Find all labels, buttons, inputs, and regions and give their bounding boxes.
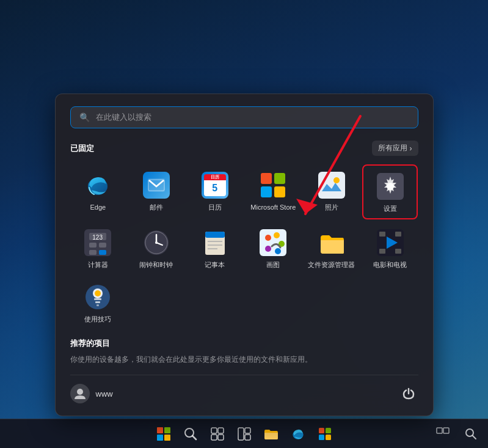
search-placeholder: 在此键入以搜索: [96, 112, 409, 123]
snap-icon: [238, 427, 251, 441]
app-explorer[interactable]: 文件资源管理器: [304, 222, 360, 274]
svg-rect-37: [395, 232, 401, 237]
taskbar-explorer-button[interactable]: [259, 422, 283, 446]
calc-icon-wrap: 123: [83, 228, 112, 257]
svg-rect-18: [99, 250, 106, 255]
svg-rect-56: [211, 428, 217, 433]
taskbar-taskview-button[interactable]: [205, 422, 230, 446]
power-icon: [402, 387, 415, 400]
svg-rect-44: [94, 298, 101, 300]
taskview-icon: [211, 427, 224, 441]
movies-icon: [377, 229, 404, 256]
user-profile[interactable]: www: [70, 384, 113, 403]
svg-rect-64: [319, 428, 324, 433]
settings-icon: [377, 173, 404, 200]
svg-rect-17: [89, 250, 97, 255]
search-right-icon: [465, 428, 477, 440]
recommended-section: 推荐的项目 你使用的设备越多，我们就会在此处显示更多你最近使用的文件和新应用。: [70, 338, 418, 365]
svg-rect-67: [326, 435, 331, 440]
svg-rect-57: [218, 428, 224, 433]
edge-label: Edge: [90, 204, 106, 211]
taskbar-folder-icon: [264, 428, 279, 440]
settings-icon-wrap: [376, 172, 405, 201]
taskbar-snap-button[interactable]: [232, 422, 257, 446]
taskbar-edge-button[interactable]: [286, 422, 310, 446]
edge-icon: [84, 172, 111, 199]
recommended-description: 你使用的设备越多，我们就会在此处显示更多你最近使用的文件和新应用。: [70, 354, 418, 365]
svg-rect-8: [318, 172, 345, 199]
movies-label: 电影和电视: [373, 261, 407, 269]
pinned-section-header: 已固定 所有应用 ›: [70, 141, 418, 156]
photos-icon: [318, 172, 345, 199]
all-apps-label: 所有应用: [378, 143, 407, 153]
app-calculator[interactable]: 123 计算器: [70, 222, 126, 274]
photos-label: 照片: [325, 204, 338, 211]
taskbar-right: [431, 422, 483, 446]
app-paint[interactable]: 画图: [245, 222, 301, 274]
taskbar-store-button[interactable]: [313, 422, 337, 446]
photos-icon-wrap: [317, 171, 346, 200]
app-msstore[interactable]: Microsoft Store: [245, 164, 301, 219]
notepad-icon-wrap: [200, 228, 230, 257]
svg-rect-69: [443, 428, 449, 433]
clock-label: 闹钟和时钟: [139, 261, 173, 269]
svg-point-31: [274, 232, 280, 238]
store-icon-wrap: [258, 171, 288, 200]
taskbar-store-icon: [318, 427, 332, 441]
svg-rect-4: [261, 173, 272, 184]
paint-icon: [260, 229, 286, 256]
all-apps-button[interactable]: 所有应用 ›: [372, 141, 418, 156]
app-notepad[interactable]: 记事本: [187, 222, 243, 274]
svg-rect-5: [274, 173, 285, 184]
pinned-apps-grid: Edge 邮件 日历: [70, 164, 418, 328]
calendar-label: 日历: [208, 204, 222, 211]
windows-logo-icon: [156, 427, 171, 441]
app-mail[interactable]: 邮件: [128, 164, 184, 219]
app-calendar[interactable]: 日历 5 日历: [187, 164, 243, 219]
taskbar-start-button[interactable]: [151, 422, 176, 446]
app-tips[interactable]: 使用技巧: [70, 276, 126, 328]
mail-label: 邮件: [150, 204, 163, 211]
calendar-icon-wrap: 日历 5: [200, 171, 230, 200]
svg-text:123: 123: [93, 234, 103, 241]
notepad-label: 记事本: [205, 261, 225, 269]
svg-rect-65: [326, 428, 331, 433]
svg-point-70: [466, 429, 473, 436]
app-clock[interactable]: 闹钟和时钟: [128, 222, 184, 274]
mail-icon: [143, 172, 170, 199]
store-icon: [260, 172, 286, 199]
calc-label: 计算器: [88, 261, 108, 269]
svg-line-71: [473, 436, 476, 439]
svg-rect-6: [261, 186, 272, 197]
settings-label: 设置: [384, 205, 397, 213]
svg-rect-52: [157, 435, 163, 441]
taskbar-icons: [151, 422, 337, 446]
svg-point-34: [265, 246, 271, 252]
svg-point-23: [155, 241, 158, 244]
power-button[interactable]: [399, 384, 418, 403]
store-label: Microsoft Store: [250, 204, 296, 211]
taskbar-search-button[interactable]: [178, 422, 203, 446]
notepad-icon: [202, 229, 228, 256]
app-settings[interactable]: 设置: [362, 164, 418, 219]
clock-icon: [143, 229, 170, 256]
taskbar-search-right-button[interactable]: [459, 422, 483, 446]
svg-point-43: [95, 290, 101, 296]
app-movies[interactable]: 电影和电视: [362, 222, 418, 274]
tips-icon: [84, 284, 111, 310]
app-photos[interactable]: 照片: [304, 164, 360, 219]
start-menu-bottom: www: [70, 375, 418, 403]
svg-rect-39: [395, 249, 401, 254]
movies-icon-wrap: [376, 228, 405, 257]
svg-rect-7: [274, 186, 285, 197]
search-bar[interactable]: 🔍 在此键入以搜索: [70, 106, 418, 128]
pinned-title: 已固定: [70, 143, 94, 154]
edge-icon-wrap: [83, 171, 112, 200]
svg-rect-15: [89, 243, 97, 248]
calendar-icon: 日历 5: [202, 172, 228, 199]
taskbar-language-button[interactable]: [431, 422, 455, 446]
svg-rect-61: [245, 428, 250, 433]
app-edge[interactable]: Edge: [70, 164, 126, 219]
svg-rect-60: [238, 428, 244, 440]
mail-icon-wrap: [142, 171, 171, 200]
